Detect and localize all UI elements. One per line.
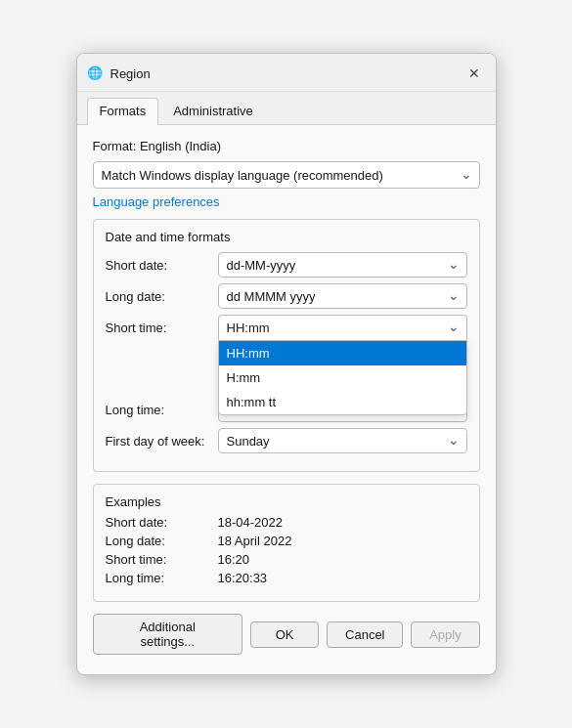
short-time-select[interactable]: HH:mm <box>218 315 467 340</box>
tab-bar: Formats Administrative <box>77 92 496 125</box>
language-select[interactable]: Match Windows display language (recommen… <box>93 161 480 189</box>
example-short-time-label: Short time: <box>106 552 218 567</box>
dialog-content: Format: English (India) Match Windows di… <box>77 125 496 674</box>
language-select-wrapper: Match Windows display language (recommen… <box>93 161 480 189</box>
example-short-date-label: Short date: <box>106 515 218 530</box>
close-button[interactable]: ✕ <box>462 62 486 85</box>
window-title: Region <box>110 66 151 81</box>
ok-button[interactable]: OK <box>250 621 319 648</box>
short-date-row: Short date: dd-MM-yyyy <box>106 252 467 278</box>
example-long-time: Long time: 16:20:33 <box>106 571 467 585</box>
example-long-date-value: 18 April 2022 <box>218 534 292 548</box>
region-dialog: 🌐 Region ✕ Formats Administrative Format… <box>76 53 497 675</box>
additional-settings-button[interactable]: Additional settings... <box>93 614 243 655</box>
short-date-select-wrap: dd-MM-yyyy <box>218 252 467 278</box>
short-time-option-hhmmtt[interactable]: hh:mm tt <box>219 390 466 414</box>
example-long-date: Long date: 18 April 2022 <box>106 534 467 548</box>
bottom-buttons: Additional settings... OK Cancel Apply <box>93 614 480 663</box>
short-date-label: Short date: <box>106 258 218 273</box>
title-bar-left: 🌐 Region <box>87 65 151 81</box>
first-day-row: First day of week: Sunday <box>106 428 467 453</box>
date-time-section-title: Date and time formats <box>106 230 467 244</box>
short-time-row: Short time: HH:mm HH:mm H:mm hh:mm tt <box>106 315 467 340</box>
long-time-label: Long time: <box>106 403 218 417</box>
example-long-date-label: Long date: <box>106 534 218 548</box>
examples-title: Examples <box>106 494 467 509</box>
date-time-section: Date and time formats Short date: dd-MM-… <box>93 219 480 472</box>
examples-section: Examples Short date: 18-04-2022 Long dat… <box>93 484 480 602</box>
format-row: Format: English (India) <box>93 139 480 153</box>
long-date-select-wrap: dd MMMM yyyy <box>218 283 467 309</box>
tab-formats[interactable]: Formats <box>87 98 159 125</box>
first-day-label: First day of week: <box>106 434 218 449</box>
tab-administrative[interactable]: Administrative <box>160 98 266 124</box>
example-long-time-value: 16:20:33 <box>218 571 268 585</box>
cancel-button[interactable]: Cancel <box>327 621 403 648</box>
long-date-label: Long date: <box>106 289 218 304</box>
example-short-time-value: 16:20 <box>218 552 250 567</box>
example-short-time: Short time: 16:20 <box>106 552 467 567</box>
window-icon: 🌐 <box>87 65 103 81</box>
long-date-row: Long date: dd MMMM yyyy <box>106 283 467 309</box>
title-bar: 🌐 Region ✕ <box>77 54 496 92</box>
short-time-dropdown: HH:mm H:mm hh:mm tt <box>218 340 467 415</box>
language-preferences-link[interactable]: Language preferences <box>93 194 220 209</box>
short-time-label: Short time: <box>106 321 218 335</box>
apply-button[interactable]: Apply <box>411 621 479 648</box>
format-label: Format: English (India) <box>93 139 480 153</box>
long-date-select[interactable]: dd MMMM yyyy <box>218 283 467 309</box>
example-short-date-value: 18-04-2022 <box>218 515 284 530</box>
first-day-select[interactable]: Sunday <box>218 428 467 453</box>
short-time-option-hhmm[interactable]: HH:mm <box>219 341 466 365</box>
first-day-select-wrap: Sunday <box>218 428 467 453</box>
short-time-select-wrap: HH:mm HH:mm H:mm hh:mm tt <box>218 315 467 340</box>
example-short-date: Short date: 18-04-2022 <box>106 515 467 530</box>
short-time-option-hmm[interactable]: H:mm <box>219 365 466 390</box>
example-long-time-label: Long time: <box>106 571 218 585</box>
short-date-select[interactable]: dd-MM-yyyy <box>218 252 467 278</box>
